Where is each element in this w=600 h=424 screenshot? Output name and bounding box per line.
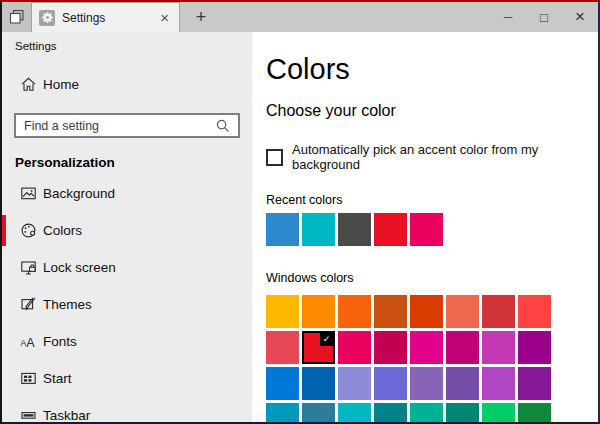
checkbox-unchecked[interactable] bbox=[266, 149, 283, 166]
windows-color-swatch[interactable] bbox=[518, 367, 551, 400]
title-bar: Settings × + ─ □ × bbox=[2, 2, 598, 32]
palette-icon bbox=[20, 222, 37, 239]
fonts-icon: A A bbox=[20, 333, 37, 350]
windows-color-swatch[interactable] bbox=[482, 331, 515, 364]
windows-color-swatch[interactable] bbox=[302, 403, 335, 422]
settings-window: Settings × + ─ □ × Settings Home bbox=[0, 0, 600, 424]
sidebar-item-label: Start bbox=[43, 371, 72, 386]
windows-color-swatch[interactable] bbox=[482, 403, 515, 422]
app-body: Settings Home bbox=[2, 32, 598, 422]
windows-color-swatch[interactable] bbox=[302, 295, 335, 328]
overlapping-windows-icon bbox=[9, 9, 25, 25]
sidebar-item-taskbar[interactable]: Taskbar bbox=[2, 397, 252, 422]
recent-colors-grid bbox=[266, 213, 580, 246]
sidebar-item-colors[interactable]: Colors bbox=[2, 212, 252, 249]
taskbar-icon bbox=[20, 407, 37, 422]
close-icon: × bbox=[575, 7, 585, 27]
main-content: Colors Choose your color Automatically p… bbox=[252, 32, 598, 422]
windows-color-swatch[interactable] bbox=[518, 295, 551, 328]
tab-title: Settings bbox=[62, 11, 151, 25]
tab-overview-button[interactable] bbox=[2, 2, 32, 32]
sidebar-item-fonts[interactable]: A A Fonts bbox=[2, 323, 252, 360]
start-tiles-icon bbox=[20, 370, 37, 387]
windows-color-swatch[interactable] bbox=[374, 331, 407, 364]
recent-color-swatch[interactable] bbox=[410, 213, 443, 246]
windows-color-swatch[interactable] bbox=[302, 367, 335, 400]
windows-color-swatch[interactable] bbox=[410, 331, 443, 364]
close-button[interactable]: × bbox=[562, 2, 598, 32]
windows-color-swatch[interactable] bbox=[482, 367, 515, 400]
windows-color-swatch[interactable] bbox=[446, 367, 479, 400]
sidebar-item-label: Themes bbox=[43, 297, 92, 312]
image-icon bbox=[20, 185, 37, 202]
settings-tab[interactable]: Settings × bbox=[32, 2, 180, 32]
titlebar-drag-area bbox=[216, 2, 490, 32]
recent-color-swatch[interactable] bbox=[266, 213, 299, 246]
lock-screen-icon bbox=[20, 259, 37, 276]
sidebar-item-label: Colors bbox=[43, 223, 82, 238]
themes-icon bbox=[20, 296, 37, 313]
gear-icon bbox=[39, 10, 55, 26]
windows-color-swatch[interactable] bbox=[410, 367, 443, 400]
search-icon[interactable] bbox=[215, 118, 231, 134]
windows-color-swatch[interactable] bbox=[482, 295, 515, 328]
windows-color-swatch[interactable] bbox=[266, 331, 299, 364]
windows-color-swatch[interactable] bbox=[266, 295, 299, 328]
windows-color-swatch[interactable] bbox=[518, 403, 551, 422]
page-title: Colors bbox=[266, 54, 580, 84]
checkbox-label: Automatically pick an accent color from … bbox=[292, 142, 580, 172]
search-box bbox=[14, 113, 240, 138]
sidebar-item-label: Lock screen bbox=[43, 260, 116, 275]
home-icon bbox=[20, 76, 37, 93]
section-heading: Choose your color bbox=[266, 102, 580, 120]
sidebar-item-home[interactable]: Home bbox=[2, 66, 252, 103]
windows-color-swatch[interactable] bbox=[446, 403, 479, 422]
sidebar-section-header: Personalization bbox=[15, 155, 252, 170]
windows-color-swatch[interactable] bbox=[338, 331, 371, 364]
windows-color-swatch[interactable] bbox=[266, 403, 299, 422]
recent-color-swatch[interactable] bbox=[302, 213, 335, 246]
windows-color-swatch[interactable] bbox=[410, 403, 443, 422]
windows-color-swatch[interactable] bbox=[338, 403, 371, 422]
recent-color-swatch[interactable] bbox=[338, 213, 371, 246]
windows-color-swatch[interactable] bbox=[446, 295, 479, 328]
windows-color-swatch[interactable] bbox=[374, 367, 407, 400]
windows-color-swatch[interactable] bbox=[266, 367, 299, 400]
recent-colors-label: Recent colors bbox=[266, 193, 580, 207]
windows-color-swatch[interactable] bbox=[518, 331, 551, 364]
svg-text:A: A bbox=[26, 336, 35, 350]
sidebar-item-lock-screen[interactable]: Lock screen bbox=[2, 249, 252, 286]
selected-indicator bbox=[2, 215, 6, 246]
windows-color-swatch[interactable] bbox=[446, 331, 479, 364]
windows-color-swatch[interactable] bbox=[338, 295, 371, 328]
windows-color-swatch[interactable]: ✓ bbox=[302, 331, 335, 364]
windows-color-swatch[interactable] bbox=[410, 295, 443, 328]
selected-check-icon: ✓ bbox=[320, 333, 333, 346]
maximize-button[interactable]: □ bbox=[526, 2, 562, 32]
sidebar-item-label: Fonts bbox=[43, 334, 77, 349]
auto-accent-checkbox-row[interactable]: Automatically pick an accent color from … bbox=[266, 142, 580, 172]
sidebar-item-start[interactable]: Start bbox=[2, 360, 252, 397]
windows-colors-label: Windows colors bbox=[266, 271, 580, 285]
windows-color-swatch[interactable] bbox=[338, 367, 371, 400]
sidebar: Settings Home bbox=[2, 32, 252, 422]
windows-colors-grid: ✓ bbox=[266, 295, 551, 422]
windows-color-swatch[interactable] bbox=[374, 403, 407, 422]
minimize-icon: ─ bbox=[504, 10, 513, 24]
windows-color-swatch[interactable] bbox=[374, 295, 407, 328]
minimize-button[interactable]: ─ bbox=[490, 2, 526, 32]
sidebar-item-background[interactable]: Background bbox=[2, 175, 252, 212]
sidebar-item-label: Home bbox=[43, 77, 79, 92]
app-title: Settings bbox=[15, 40, 252, 52]
tab-close-icon[interactable]: × bbox=[158, 10, 171, 25]
sidebar-item-themes[interactable]: Themes bbox=[2, 286, 252, 323]
sidebar-item-label: Background bbox=[43, 186, 115, 201]
recent-color-swatch[interactable] bbox=[374, 213, 407, 246]
maximize-icon: □ bbox=[540, 10, 548, 25]
new-tab-button[interactable]: + bbox=[186, 2, 216, 32]
search-input[interactable] bbox=[16, 115, 238, 136]
sidebar-item-label: Taskbar bbox=[43, 408, 90, 422]
